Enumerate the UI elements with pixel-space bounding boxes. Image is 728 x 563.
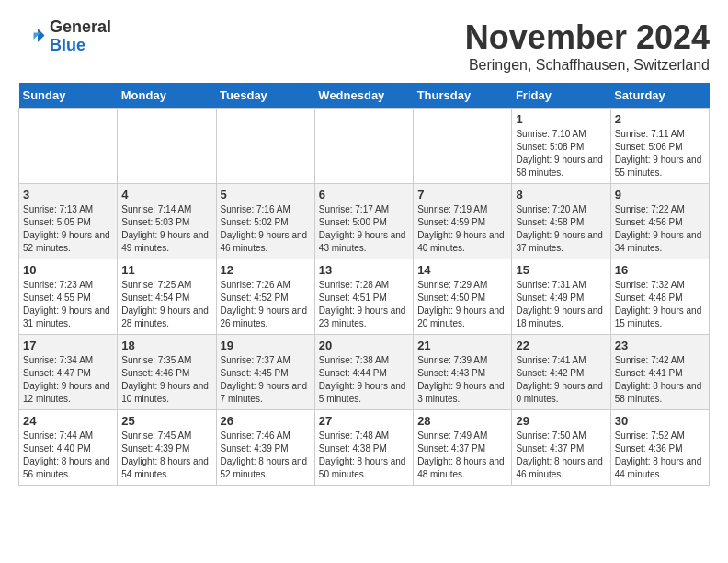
day-cell (19, 109, 118, 184)
day-cell: 15Sunrise: 7:31 AM Sunset: 4:49 PM Dayli… (512, 259, 610, 335)
location-text: Beringen, Schaffhausen, Switzerland (465, 57, 710, 74)
week-row-1: 1Sunrise: 7:10 AM Sunset: 5:08 PM Daylig… (19, 109, 710, 184)
day-info: Sunrise: 7:39 AM Sunset: 4:43 PM Dayligh… (417, 354, 507, 406)
logo: General Blue (18, 18, 111, 55)
month-title: November 2024 (465, 18, 710, 57)
week-row-5: 24Sunrise: 7:44 AM Sunset: 4:40 PM Dayli… (19, 410, 710, 486)
day-cell: 6Sunrise: 7:17 AM Sunset: 5:00 PM Daylig… (314, 184, 413, 259)
day-cell: 24Sunrise: 7:44 AM Sunset: 4:40 PM Dayli… (19, 410, 118, 486)
day-info: Sunrise: 7:34 AM Sunset: 4:47 PM Dayligh… (23, 354, 113, 406)
day-cell: 8Sunrise: 7:20 AM Sunset: 4:58 PM Daylig… (512, 184, 610, 259)
svg-marker-0 (38, 29, 45, 42)
day-cell: 29Sunrise: 7:50 AM Sunset: 4:37 PM Dayli… (512, 410, 610, 486)
header-row: SundayMondayTuesdayWednesdayThursdayFrid… (19, 83, 710, 109)
logo-icon (18, 23, 46, 51)
day-info: Sunrise: 7:44 AM Sunset: 4:40 PM Dayligh… (23, 430, 113, 481)
day-number: 23 (615, 339, 705, 352)
day-info: Sunrise: 7:41 AM Sunset: 4:42 PM Dayligh… (516, 354, 606, 406)
day-info: Sunrise: 7:25 AM Sunset: 4:54 PM Dayligh… (121, 279, 211, 330)
day-cell: 27Sunrise: 7:48 AM Sunset: 4:38 PM Dayli… (314, 410, 413, 486)
day-info: Sunrise: 7:14 AM Sunset: 5:03 PM Dayligh… (121, 203, 211, 255)
day-cell: 25Sunrise: 7:45 AM Sunset: 4:39 PM Dayli… (118, 410, 216, 486)
header-tuesday: Tuesday (216, 83, 314, 109)
day-info: Sunrise: 7:35 AM Sunset: 4:46 PM Dayligh… (121, 354, 211, 406)
day-number: 19 (221, 339, 311, 352)
day-number: 15 (516, 263, 606, 277)
day-info: Sunrise: 7:38 AM Sunset: 4:44 PM Dayligh… (319, 354, 409, 406)
day-info: Sunrise: 7:16 AM Sunset: 5:02 PM Dayligh… (221, 203, 311, 255)
day-info: Sunrise: 7:23 AM Sunset: 4:55 PM Dayligh… (23, 279, 113, 330)
day-info: Sunrise: 7:10 AM Sunset: 5:08 PM Dayligh… (516, 128, 606, 179)
day-number: 14 (417, 263, 507, 277)
day-number: 26 (221, 414, 311, 428)
day-number: 22 (516, 339, 606, 352)
day-cell: 3Sunrise: 7:13 AM Sunset: 5:05 PM Daylig… (19, 184, 118, 259)
day-number: 29 (516, 414, 606, 428)
day-cell: 9Sunrise: 7:22 AM Sunset: 4:56 PM Daylig… (610, 184, 709, 259)
day-cell: 4Sunrise: 7:14 AM Sunset: 5:03 PM Daylig… (118, 184, 216, 259)
logo-blue-text: Blue (50, 37, 111, 55)
day-cell: 20Sunrise: 7:38 AM Sunset: 4:44 PM Dayli… (314, 335, 413, 410)
day-info: Sunrise: 7:31 AM Sunset: 4:49 PM Dayligh… (516, 279, 606, 330)
day-number: 24 (23, 414, 113, 428)
day-number: 25 (121, 414, 211, 428)
day-number: 28 (417, 414, 507, 428)
week-row-4: 17Sunrise: 7:34 AM Sunset: 4:47 PM Dayli… (19, 335, 710, 410)
day-number: 12 (221, 263, 311, 277)
day-number: 4 (121, 188, 211, 201)
header-saturday: Saturday (610, 83, 709, 109)
day-number: 21 (417, 339, 507, 352)
header-wednesday: Wednesday (314, 83, 413, 109)
day-cell: 17Sunrise: 7:34 AM Sunset: 4:47 PM Dayli… (19, 335, 118, 410)
day-cell: 18Sunrise: 7:35 AM Sunset: 4:46 PM Dayli… (118, 335, 216, 410)
day-number: 10 (23, 263, 113, 277)
day-cell: 11Sunrise: 7:25 AM Sunset: 4:54 PM Dayli… (118, 259, 216, 335)
week-row-3: 10Sunrise: 7:23 AM Sunset: 4:55 PM Dayli… (19, 259, 710, 335)
day-info: Sunrise: 7:28 AM Sunset: 4:51 PM Dayligh… (319, 279, 409, 330)
day-number: 17 (23, 339, 113, 352)
day-info: Sunrise: 7:17 AM Sunset: 5:00 PM Dayligh… (319, 203, 409, 255)
day-cell (118, 109, 216, 184)
day-cell: 12Sunrise: 7:26 AM Sunset: 4:52 PM Dayli… (216, 259, 314, 335)
day-cell: 5Sunrise: 7:16 AM Sunset: 5:02 PM Daylig… (216, 184, 314, 259)
day-number: 8 (516, 188, 606, 201)
day-number: 2 (615, 112, 705, 126)
day-info: Sunrise: 7:48 AM Sunset: 4:38 PM Dayligh… (319, 430, 409, 481)
day-info: Sunrise: 7:20 AM Sunset: 4:58 PM Dayligh… (516, 203, 606, 255)
page-header: General Blue November 2024 Beringen, Sch… (18, 18, 710, 74)
header-friday: Friday (512, 83, 610, 109)
week-row-2: 3Sunrise: 7:13 AM Sunset: 5:05 PM Daylig… (19, 184, 710, 259)
day-info: Sunrise: 7:29 AM Sunset: 4:50 PM Dayligh… (417, 279, 507, 330)
day-number: 1 (516, 112, 606, 126)
header-thursday: Thursday (414, 83, 512, 109)
day-number: 7 (417, 188, 507, 201)
header-monday: Monday (118, 83, 216, 109)
day-info: Sunrise: 7:22 AM Sunset: 4:56 PM Dayligh… (615, 203, 705, 255)
day-cell: 21Sunrise: 7:39 AM Sunset: 4:43 PM Dayli… (414, 335, 512, 410)
day-number: 5 (221, 188, 311, 201)
day-cell: 13Sunrise: 7:28 AM Sunset: 4:51 PM Dayli… (314, 259, 413, 335)
title-block: November 2024 Beringen, Schaffhausen, Sw… (465, 18, 710, 74)
day-cell: 10Sunrise: 7:23 AM Sunset: 4:55 PM Dayli… (19, 259, 118, 335)
day-number: 9 (615, 188, 705, 201)
day-info: Sunrise: 7:11 AM Sunset: 5:06 PM Dayligh… (615, 128, 705, 179)
day-number: 6 (319, 188, 409, 201)
day-number: 3 (23, 188, 113, 201)
day-cell (314, 109, 413, 184)
day-cell: 28Sunrise: 7:49 AM Sunset: 4:37 PM Dayli… (414, 410, 512, 486)
day-number: 16 (615, 263, 705, 277)
day-info: Sunrise: 7:13 AM Sunset: 5:05 PM Dayligh… (23, 203, 113, 255)
day-info: Sunrise: 7:26 AM Sunset: 4:52 PM Dayligh… (221, 279, 311, 330)
day-info: Sunrise: 7:19 AM Sunset: 4:59 PM Dayligh… (417, 203, 507, 255)
day-cell: 30Sunrise: 7:52 AM Sunset: 4:36 PM Dayli… (610, 410, 709, 486)
logo-general-text: General (50, 18, 111, 37)
day-info: Sunrise: 7:52 AM Sunset: 4:36 PM Dayligh… (615, 430, 705, 481)
day-info: Sunrise: 7:45 AM Sunset: 4:39 PM Dayligh… (121, 430, 211, 481)
day-cell: 22Sunrise: 7:41 AM Sunset: 4:42 PM Dayli… (512, 335, 610, 410)
day-cell: 19Sunrise: 7:37 AM Sunset: 4:45 PM Dayli… (216, 335, 314, 410)
day-cell: 16Sunrise: 7:32 AM Sunset: 4:48 PM Dayli… (610, 259, 709, 335)
day-cell: 26Sunrise: 7:46 AM Sunset: 4:39 PM Dayli… (216, 410, 314, 486)
day-info: Sunrise: 7:49 AM Sunset: 4:37 PM Dayligh… (417, 430, 507, 481)
day-cell: 23Sunrise: 7:42 AM Sunset: 4:41 PM Dayli… (610, 335, 709, 410)
day-cell: 1Sunrise: 7:10 AM Sunset: 5:08 PM Daylig… (512, 109, 610, 184)
